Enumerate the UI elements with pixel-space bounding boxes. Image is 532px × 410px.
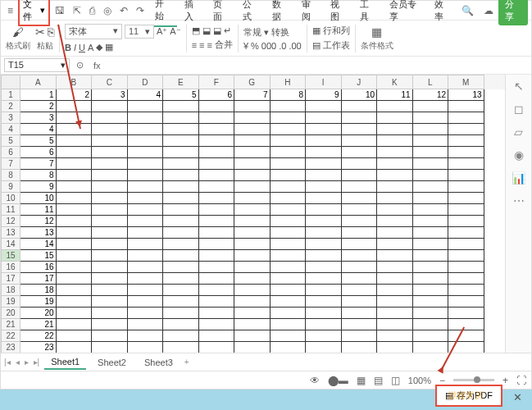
column-header[interactable]: H (271, 75, 307, 89)
cell[interactable] (199, 204, 235, 216)
align-right-icon[interactable]: ≡ (207, 40, 212, 50)
font-color-icon[interactable]: A (88, 43, 93, 52)
cell[interactable] (448, 193, 484, 204)
cell[interactable] (271, 158, 307, 170)
row-header[interactable]: 23 (1, 342, 20, 353)
cell[interactable] (234, 112, 271, 124)
fx-label[interactable]: fx (90, 61, 104, 71)
close-icon[interactable]: ✕ (513, 391, 522, 403)
cell[interactable] (413, 158, 449, 170)
sheet-tab-1[interactable]: Sheet1 (44, 355, 86, 370)
cell[interactable] (234, 308, 271, 319)
cell[interactable] (92, 308, 128, 319)
cell[interactable] (377, 204, 413, 216)
hamburger-icon[interactable]: ≡ (4, 2, 16, 20)
row-header[interactable]: 15 (1, 250, 20, 262)
cell[interactable] (128, 101, 164, 112)
cell[interactable] (163, 158, 199, 170)
column-header[interactable]: C (92, 75, 128, 89)
font-size-select[interactable]: 11▾ (125, 25, 154, 39)
cell[interactable] (128, 124, 164, 135)
cell[interactable]: 3 (92, 89, 128, 101)
cell[interactable] (306, 158, 342, 170)
column-header[interactable]: K (377, 75, 413, 89)
cell[interactable] (92, 285, 128, 296)
cell[interactable] (413, 181, 449, 193)
cell[interactable] (57, 124, 93, 135)
cell[interactable] (92, 319, 128, 330)
cell[interactable] (234, 285, 271, 296)
cell[interactable] (199, 250, 235, 262)
cell[interactable] (199, 330, 235, 342)
cell[interactable] (448, 158, 484, 170)
cell[interactable] (306, 239, 342, 250)
cell[interactable] (57, 308, 93, 319)
cell[interactable]: 5 (20, 135, 57, 147)
cell[interactable] (306, 193, 342, 204)
cell[interactable] (377, 158, 413, 170)
cell[interactable] (234, 216, 271, 227)
cell[interactable] (342, 158, 378, 170)
cell[interactable] (163, 239, 199, 250)
cell[interactable]: 22 (20, 330, 57, 342)
cell[interactable] (92, 262, 128, 273)
cell[interactable] (128, 262, 164, 273)
cell[interactable] (234, 342, 271, 353)
cell[interactable] (92, 342, 128, 353)
cell[interactable] (377, 124, 413, 135)
cell[interactable] (92, 216, 128, 227)
cell[interactable] (271, 101, 307, 112)
row-header[interactable]: 12 (1, 216, 20, 227)
cell[interactable] (199, 101, 235, 112)
row-header[interactable]: 7 (1, 158, 20, 170)
cell[interactable] (57, 227, 93, 239)
cell[interactable] (448, 124, 484, 135)
cell[interactable] (413, 147, 449, 158)
condfmt-icon[interactable]: ▦ (371, 25, 382, 39)
cell[interactable] (163, 308, 199, 319)
cell[interactable] (306, 227, 342, 239)
cell[interactable] (342, 319, 378, 330)
row-header[interactable]: 22 (1, 330, 20, 342)
cell[interactable] (377, 147, 413, 158)
cell[interactable] (163, 216, 199, 227)
row-header[interactable]: 19 (1, 296, 20, 308)
cell[interactable] (128, 296, 164, 308)
cell[interactable] (92, 250, 128, 262)
cell[interactable] (413, 342, 449, 353)
cell[interactable] (92, 135, 128, 147)
row-header[interactable]: 4 (1, 124, 20, 135)
cell[interactable] (377, 319, 413, 330)
cell[interactable] (306, 216, 342, 227)
cell[interactable] (199, 308, 235, 319)
cell[interactable] (57, 158, 93, 170)
column-header[interactable]: F (199, 75, 235, 89)
cell[interactable] (234, 262, 271, 273)
cell[interactable] (92, 124, 128, 135)
cell[interactable] (163, 296, 199, 308)
cell[interactable] (448, 239, 484, 250)
cell[interactable] (128, 239, 164, 250)
dec-dec-icon[interactable]: .00 (289, 41, 301, 51)
fullscreen-icon[interactable]: ⛶ (516, 375, 526, 386)
cell[interactable] (306, 330, 342, 342)
cell[interactable] (92, 330, 128, 342)
cell[interactable] (306, 124, 342, 135)
cell[interactable] (163, 330, 199, 342)
view-normal-icon[interactable]: ▦ (357, 375, 366, 386)
chart-icon[interactable]: 📊 (512, 171, 525, 184)
font-name-select[interactable]: 宋体▾ (65, 24, 122, 39)
cell[interactable] (448, 170, 484, 181)
cell[interactable] (306, 135, 342, 147)
underline-icon[interactable]: U (79, 43, 85, 52)
cell[interactable] (92, 158, 128, 170)
column-header[interactable]: B (57, 75, 93, 89)
cell[interactable] (271, 250, 307, 262)
cell[interactable] (306, 342, 342, 353)
column-header[interactable]: J (342, 75, 378, 89)
cell[interactable] (306, 319, 342, 330)
cell[interactable] (448, 112, 484, 124)
cell[interactable] (128, 342, 164, 353)
rowcol-icon[interactable]: ▦ (312, 25, 321, 36)
column-header[interactable]: M (448, 75, 484, 89)
